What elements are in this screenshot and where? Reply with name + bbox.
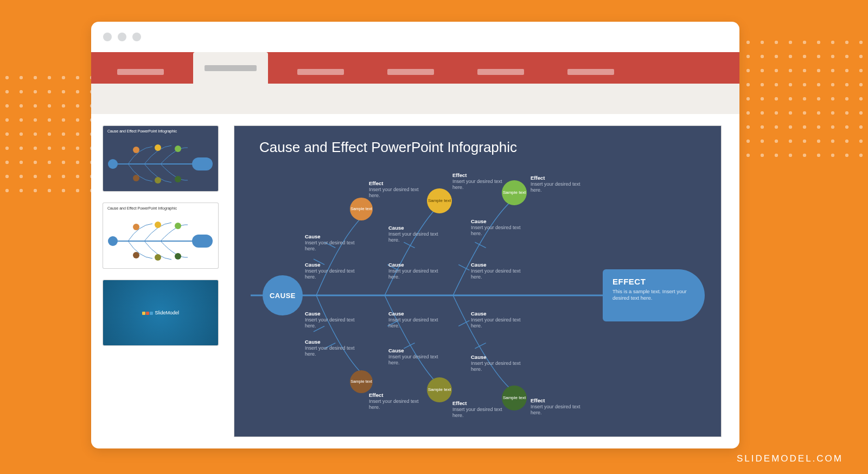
effect-sub: This is a sample text. Insert your desir… bbox=[612, 288, 695, 302]
cause-head: CAUSE bbox=[263, 275, 303, 315]
svg-rect-11 bbox=[192, 235, 213, 248]
window-titlebar bbox=[91, 22, 739, 52]
ribbon-tab-6[interactable] bbox=[553, 60, 628, 84]
window-control-zoom-icon[interactable] bbox=[132, 33, 141, 41]
label-effect-t2: EffectInsert your desired text here. bbox=[452, 172, 512, 191]
slidemodel-logo: SlideModel bbox=[142, 310, 179, 315]
svg-point-8 bbox=[175, 176, 181, 182]
svg-point-7 bbox=[155, 177, 161, 184]
thumbnail-fishbone-icon bbox=[106, 219, 215, 263]
ribbon-tab-placeholder bbox=[477, 69, 524, 75]
node-bottom-2: Sample text bbox=[427, 377, 452, 402]
slide-title: Cause and Effect PowerPoint Infographic bbox=[259, 139, 517, 156]
label-cause-t1a: CauseInsert your desired text here. bbox=[305, 233, 365, 252]
footer-brand: SLIDEMODEL.COM bbox=[737, 453, 843, 464]
label-cause-b2a: CauseInsert your desired text here. bbox=[388, 311, 448, 329]
effect-heading: EFFECT bbox=[612, 277, 695, 286]
ribbon-tab-placeholder bbox=[387, 69, 434, 75]
effect-box: EFFECT This is a sample text. Insert you… bbox=[603, 269, 705, 321]
label-cause-t3b: CauseInsert your desired text here. bbox=[471, 262, 531, 280]
node-bottom-1: Sample text bbox=[350, 370, 373, 393]
ribbon-panel bbox=[91, 84, 739, 114]
label-cause-b3a: CauseInsert your desired text here. bbox=[471, 311, 531, 329]
label-cause-t3a: CauseInsert your desired text here. bbox=[471, 218, 531, 237]
svg-rect-2 bbox=[192, 157, 213, 170]
label-cause-b1b: CauseInsert your desired text here. bbox=[305, 339, 365, 357]
ribbon-tab-5[interactable] bbox=[463, 60, 538, 84]
window-control-close-icon[interactable] bbox=[103, 33, 112, 41]
svg-point-15 bbox=[133, 252, 139, 258]
svg-point-10 bbox=[108, 236, 118, 246]
ribbon-tabs bbox=[91, 52, 739, 84]
label-cause-b1a: CauseInsert your desired text here. bbox=[305, 311, 365, 329]
svg-point-16 bbox=[155, 254, 161, 261]
ribbon-tab-placeholder bbox=[117, 69, 164, 75]
brand-text: SlideModel bbox=[155, 310, 179, 315]
fishbone-diagram: CAUSE EFFECT This is a sample text. Inse… bbox=[251, 164, 705, 427]
decorative-dots-right bbox=[727, 35, 868, 166]
svg-point-5 bbox=[175, 146, 181, 152]
label-cause-t2b: CauseInsert your desired text here. bbox=[388, 262, 448, 280]
window-control-minimize-icon[interactable] bbox=[118, 33, 126, 41]
slide-thumbnails-panel: Cause and Effect PowerPoint Infographic bbox=[103, 126, 218, 437]
label-cause-t1b: CauseInsert your desired text here. bbox=[305, 262, 365, 280]
thumbnail-slide-1[interactable]: Cause and Effect PowerPoint Infographic bbox=[103, 126, 218, 191]
label-cause-b2b: CauseInsert your desired text here. bbox=[388, 347, 448, 366]
label-effect-t1: EffectInsert your desired text here. bbox=[369, 180, 429, 199]
label-effect-b3: EffectInsert your desired text here. bbox=[531, 397, 590, 416]
svg-point-13 bbox=[155, 222, 161, 228]
thumbnail-title: Cause and Effect PowerPoint Infographic bbox=[107, 129, 177, 133]
label-cause-t2a: CauseInsert your desired text here. bbox=[388, 225, 448, 243]
browser-window: Cause and Effect PowerPoint Infographic bbox=[91, 22, 739, 448]
ribbon-tab-1[interactable] bbox=[103, 60, 178, 84]
thumbnail-slide-2[interactable]: Cause and Effect PowerPoint Infographic bbox=[103, 203, 218, 268]
ribbon-tab-placeholder bbox=[567, 69, 614, 75]
ribbon-tab-4[interactable] bbox=[373, 60, 448, 84]
node-top-2: Sample text bbox=[427, 188, 452, 213]
ribbon-tab-2-active[interactable] bbox=[193, 52, 268, 84]
svg-point-6 bbox=[133, 175, 139, 181]
svg-point-3 bbox=[133, 147, 139, 153]
svg-point-1 bbox=[108, 159, 118, 169]
thumbnail-title: Cause and Effect PowerPoint Infographic bbox=[107, 206, 177, 210]
label-effect-b1: EffectInsert your desired text here. bbox=[369, 392, 429, 410]
svg-point-14 bbox=[175, 223, 181, 229]
svg-point-17 bbox=[175, 253, 181, 260]
svg-point-12 bbox=[133, 224, 139, 230]
svg-point-4 bbox=[155, 144, 161, 151]
ribbon-tab-3[interactable] bbox=[283, 60, 358, 84]
label-effect-t3: EffectInsert your desired text here. bbox=[531, 175, 590, 193]
thumbnail-fishbone-icon bbox=[106, 142, 215, 186]
label-cause-b3b: CauseInsert your desired text here. bbox=[471, 354, 531, 372]
label-effect-b2: EffectInsert your desired text here. bbox=[452, 400, 512, 419]
ribbon-tab-placeholder bbox=[205, 65, 257, 71]
node-top-1: Sample text bbox=[350, 198, 373, 220]
thumbnail-slide-3[interactable]: SlideModel bbox=[103, 280, 218, 345]
editor-content: Cause and Effect PowerPoint Infographic bbox=[91, 114, 739, 448]
slide-canvas[interactable]: Cause and Effect PowerPoint Infographic bbox=[234, 126, 721, 437]
ribbon-tab-placeholder bbox=[297, 69, 344, 75]
